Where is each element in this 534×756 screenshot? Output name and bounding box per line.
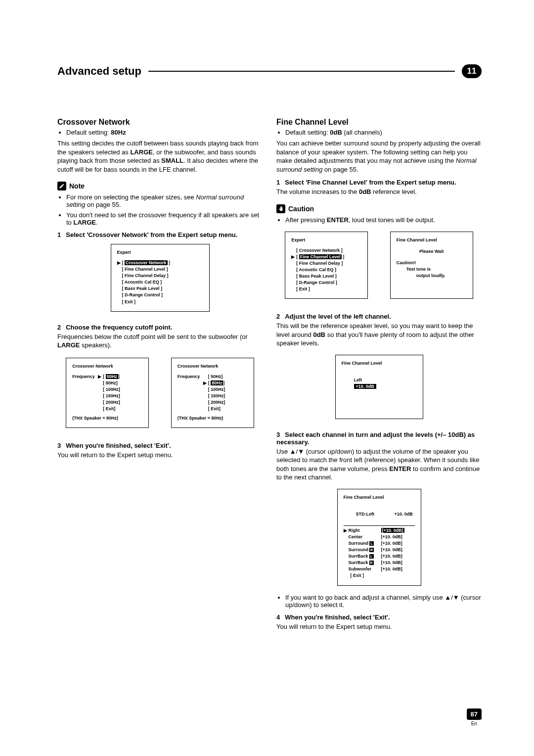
- osd-footer: (THX Speaker = 80Hz): [72, 415, 142, 422]
- osd-title: Crossover Network: [178, 363, 248, 370]
- caution-text: Caution!!: [397, 260, 467, 266]
- fcl-step2: 2Adjust the level of the left channel.: [276, 313, 482, 320]
- crossover-default: Default setting: 80Hz: [57, 129, 263, 136]
- manual-page: Advanced setup 11 Crossover Network Defa…: [0, 0, 534, 756]
- osd-title: Fine Channel Level: [342, 360, 417, 367]
- caution-header: Caution: [276, 204, 482, 213]
- crossover-step3: 3When you're finished, select 'Exit'.: [57, 442, 263, 449]
- osd-crossover-a: Crossover Network Frequency▶[ 50Hz] [ 80…: [66, 358, 149, 428]
- osd-title: Crossover Network: [72, 363, 142, 370]
- osd-expert-menu-2: Expert [ Crossover Network ]▶[ Fine Chan…: [285, 232, 368, 299]
- chapter-header: Advanced setup 11: [57, 64, 482, 78]
- fcl-rows: ▶Right[+10. 0dB] Center[+10. 0dB] Surrou…: [344, 527, 415, 572]
- fcl-default-item: Default setting: 0dB (all channels): [285, 129, 482, 136]
- fcl-step3-body: Use ▲/▼ (cursor up/down) to adjust the v…: [276, 447, 482, 482]
- fcl-left-row: Left +10. 0dB: [342, 371, 417, 396]
- fcl-step1-body: The volume increases to the 0dB referenc…: [276, 188, 482, 196]
- note-list: For more on selecting the speaker sizes,…: [57, 193, 263, 226]
- chapter-number-pill: 11: [462, 64, 482, 78]
- please-wait: Please Wait: [397, 248, 467, 255]
- fcl-step3: 3Select each channel in turn and adjust …: [276, 431, 482, 446]
- fcl-heading: Fine Channel Level: [276, 118, 482, 127]
- page-number: 87: [467, 709, 482, 720]
- osd-crossover-b: Crossover Network Frequency [ 50Hz]▶[ 80…: [171, 358, 254, 428]
- osd-title: Fine Channel Level: [397, 237, 467, 243]
- hand-icon: [276, 204, 285, 213]
- osd-crossover-pair: Crossover Network Frequency▶[ 50Hz] [ 80…: [57, 354, 263, 435]
- osd-fcl-left: Fine Channel Level Left +10. 0dB: [335, 355, 423, 419]
- osd-fcl-wait: Fine Channel Level Please Wait Caution!!…: [390, 232, 473, 299]
- note-item-1: For more on selecting the speaker sizes,…: [66, 193, 263, 208]
- caution-line: Test tone is: [397, 266, 467, 273]
- note-header: Note: [57, 182, 263, 190]
- caution-label: Caution: [288, 205, 314, 213]
- osd-title: Expert: [291, 237, 361, 243]
- fcl-step4: 4When you're finished, select 'Exit'.: [276, 614, 482, 621]
- osd-fcl-channel-list: Fine Channel Level STD:Left+10. 0dB ▶Rig…: [337, 489, 421, 586]
- note-item-2: You don't need to set the crossover freq…: [66, 211, 263, 226]
- osd-footer: (THX Speaker = 80Hz): [178, 415, 248, 422]
- header-rule: [148, 71, 455, 72]
- note-label: Note: [69, 182, 85, 190]
- fcl-tip-item: If you want to go back and adjust a chan…: [285, 594, 482, 609]
- arrow-up-down-icon: ▲/▼: [445, 594, 459, 601]
- fcl-step1: 1Select 'Fine Channel Level' from the Ex…: [276, 179, 482, 186]
- fcl-exit-row: [ Exit ]: [344, 572, 415, 579]
- osd-expert-menu-1: Expert ▶[ Crossover Network ] [ Fine Cha…: [111, 244, 210, 311]
- left-column: Crossover Network Default setting: 80Hz …: [57, 118, 263, 634]
- fcl-step2-body: This will be the reference speaker level…: [276, 322, 482, 348]
- osd-fcl-pair: Expert [ Crossover Network ]▶[ Fine Chan…: [276, 228, 482, 306]
- chapter-title: Advanced setup: [57, 65, 148, 78]
- fcl-tip: If you want to go back and adjust a chan…: [276, 594, 482, 609]
- osd-freq-list: Frequency [ 50Hz]▶[ 80Hz] [ 100Hz] [ 150…: [178, 374, 248, 412]
- fcl-default: Default setting: 0dB (all channels): [276, 129, 482, 136]
- page-lang: En: [467, 721, 482, 726]
- right-column: Fine Channel Level Default setting: 0dB …: [276, 118, 482, 634]
- crossover-step2-body: Frequencies below the cutoff point will …: [57, 332, 263, 350]
- osd-menu-items: ▶[ Crossover Network ] [ Fine Channel Le…: [117, 260, 203, 305]
- fcl-step4-body: You will return to the Expert setup menu…: [276, 622, 482, 631]
- crossover-step2: 2Choose the frequency cutoff point.: [57, 324, 263, 331]
- caution-line: output loudly.: [397, 273, 467, 279]
- crossover-heading: Crossover Network: [57, 118, 263, 127]
- osd-freq-list: Frequency▶[ 50Hz] [ 80Hz] [ 100Hz] [ 150…: [72, 374, 142, 412]
- arrow-up-down-icon: ▲/▼: [290, 448, 304, 455]
- page-footer: 87 En: [467, 709, 482, 726]
- crossover-step1: 1Select 'Crossover Network' from the Exp…: [57, 231, 263, 238]
- caution-item: After pressing ENTER, loud test tones wi…: [285, 216, 482, 224]
- osd-title: Fine Channel Level: [344, 494, 415, 501]
- fcl-intro: You can achieve better surround sound by…: [276, 139, 482, 174]
- crossover-step3-body: You will return to the Expert setup menu…: [57, 451, 263, 460]
- crossover-default-item: Default setting: 80Hz: [66, 129, 263, 136]
- crossover-intro: This setting decides the cutoff between …: [57, 139, 263, 174]
- fcl-ref-row: STD:Left+10. 0dB: [344, 505, 415, 524]
- caution-list: After pressing ENTER, loud test tones wi…: [276, 216, 482, 224]
- osd-title: Expert: [117, 249, 203, 256]
- osd-menu-items: [ Crossover Network ]▶[ Fine Channel Lev…: [291, 247, 361, 292]
- body-columns: Crossover Network Default setting: 80Hz …: [57, 118, 482, 634]
- pencil-icon: [57, 182, 66, 190]
